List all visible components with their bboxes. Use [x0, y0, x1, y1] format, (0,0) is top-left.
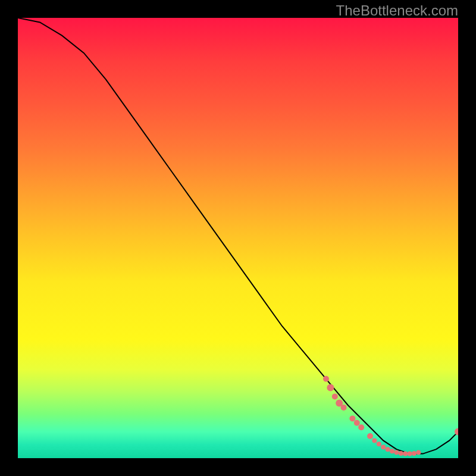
chart-marker [455, 428, 458, 436]
chart-marker [416, 450, 421, 455]
chart-marker [332, 393, 338, 399]
chart-marker [412, 451, 416, 456]
chart-plot-area [18, 18, 458, 458]
chart-marker [372, 438, 377, 443]
chart-marker [381, 445, 386, 450]
chart-marker [386, 447, 390, 452]
watermark-text: TheBottleneck.com [336, 2, 458, 19]
chart-marker [358, 424, 364, 430]
chart-marker [327, 384, 334, 392]
chart-marker [323, 376, 329, 382]
bottleneck-curve [18, 18, 458, 454]
chart-svg [18, 18, 458, 458]
chart-marker [336, 400, 343, 407]
chart-marker [403, 452, 408, 456]
chart-marker [394, 450, 399, 455]
chart-marker [390, 449, 394, 453]
chart-marker [354, 420, 360, 426]
chart-markers [323, 376, 458, 456]
chart-marker [349, 415, 355, 421]
chart-marker [399, 451, 403, 456]
chart-marker [377, 441, 381, 446]
chart-marker [408, 452, 412, 456]
chart-marker [367, 433, 373, 439]
chart-marker [341, 405, 347, 411]
